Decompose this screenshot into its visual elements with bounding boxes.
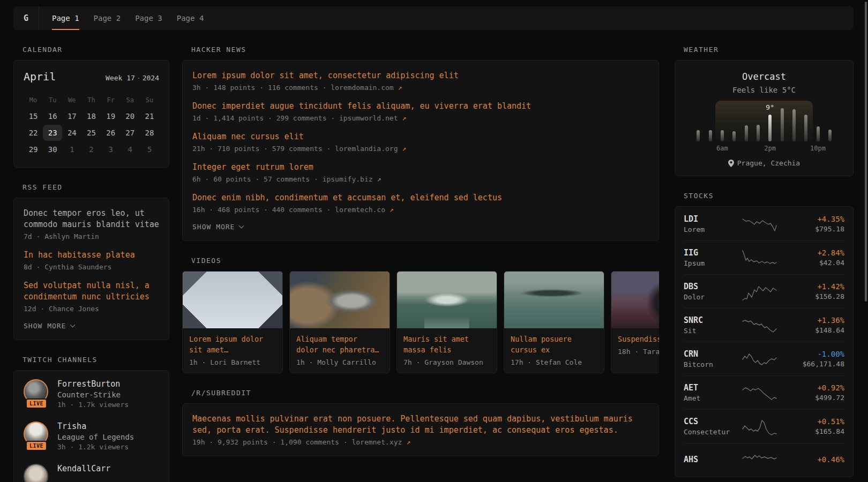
stock-row[interactable]: IIG Ipsum +2.84% $42.04 [684,240,844,274]
stock-ticker: CCS [684,417,739,426]
stock-id: SNRC Sit [684,315,739,335]
calendar-day[interactable]: 1 [62,141,81,157]
feed-item: Maecenas mollis pulvinar erat non posuer… [192,413,649,446]
stock-price: $148.64 [780,326,844,334]
nav-tab[interactable]: Page 2 [94,6,121,30]
rss-section-title: RSS FEED [23,183,169,191]
chevron-down-icon [239,223,244,229]
feed-item-meta: 1d · 1,414 points · 299 comments · ipsum… [192,114,649,122]
hackernews-section-title: HACKER NEWS [191,46,659,54]
stock-values: +0.92% $499.72 [780,383,844,402]
weather-bar [804,115,807,141]
twitch-channel-name: KendallCarr [57,464,110,473]
twitch-channel-game: Counter-Strike [57,390,129,399]
video-thumbnail [290,272,390,328]
calendar-day-header: Mo [24,93,43,108]
twitch-channel-game: League of Legends [57,433,134,441]
weather-bar [745,125,748,141]
hackernews-item-title-link[interactable]: Lorem ipsum dolor sit amet, consectetur … [192,70,649,81]
weather-bar [817,126,820,141]
calendar-day[interactable]: 29 [24,141,43,157]
twitch-channel-row[interactable]: LIVE Trisha League of Legends 3h · 1.2k … [24,421,159,456]
stock-price: $499.72 [780,394,844,402]
rss-item-title-link[interactable]: In hac habitasse platea [24,250,159,261]
weather-bar [721,130,724,141]
hackernews-show-more-button[interactable]: SHOW MORE [192,223,649,231]
weather-location: Prague, Czechia [737,159,800,167]
calendar-day[interactable]: 20 [121,108,140,124]
calendar-day[interactable]: 19 [101,108,121,124]
rss-item-title-link[interactable]: Sed volutpat nulla nisl, a condimentum n… [24,280,159,303]
video-card-body: Mauris sit amet massa felis 7h · Grayson… [397,328,497,373]
video-card[interactable]: Nullam posuere cursus ex 17h · Stefan Co… [504,271,604,373]
feed-item: Donec imperdiet augue tincidunt felis al… [192,101,649,122]
hackernews-item-title-link[interactable]: Integer eget rutrum lorem [192,162,649,173]
calendar-day-header: Th [81,93,101,108]
video-meta: 17h · Stefan Cole [511,358,597,366]
video-thumbnail [397,272,497,328]
top-navigation-bar: G Page 1Page 2Page 3Page 4 [13,6,854,30]
feed-item-meta: 8d · Cynthia Saunders [24,263,159,271]
nav-tab[interactable]: Page 3 [135,6,162,30]
stock-row[interactable]: SNRC Sit +1.36% $148.64 [684,308,844,342]
calendar-day[interactable]: 25 [81,125,101,141]
stock-row[interactable]: AHS +0.46% [684,443,844,477]
video-thumbnail [611,272,659,328]
calendar-day[interactable]: 15 [24,108,43,124]
rss-items: Donec tempor eros leo, ut commodo mauris… [24,208,159,313]
calendar-year: 2024 [143,74,159,82]
video-card[interactable]: Mauris sit amet massa felis 7h · Grayson… [396,271,497,373]
video-title: Aliquam tempor dolor nec pharetra… [296,334,383,355]
stock-values: +0.51% $165.84 [780,417,844,435]
video-title: Lorem ipsum dolor sit amet consectetu… [189,334,276,355]
hackernews-item-title-link[interactable]: Donec enim nibh, condimentum et accumsan… [192,192,649,204]
calendar-day[interactable]: 21 [140,108,159,124]
calendar-day[interactable]: 16 [43,108,62,124]
video-card[interactable]: Suspendisse diam 18h · Tara [611,271,659,373]
hackernews-widget: Lorem ipsum dolor sit amet, consectetur … [182,60,659,241]
hackernews-item-title-link[interactable]: Donec imperdiet augue tincidunt felis al… [192,101,649,112]
calendar-day[interactable]: 26 [101,125,121,141]
stock-ticker: AET [684,383,739,393]
rss-show-more-button[interactable]: SHOW MORE [24,322,159,330]
video-card[interactable]: Aliquam tempor dolor nec pharetra… 1h · … [289,271,390,373]
weather-section-title: WEATHER [684,46,854,54]
video-title: Nullam posuere cursus ex [511,334,597,355]
nav-tab[interactable]: Page 4 [177,6,204,30]
stock-row[interactable]: CCS Consectetur +0.51% $165.84 [684,409,844,443]
calendar-day-selected[interactable]: 23 [43,125,62,141]
calendar-day[interactable]: 30 [43,141,62,157]
calendar-day[interactable]: 24 [62,125,81,141]
calendar-day[interactable]: 3 [101,141,121,157]
stock-sparkline [739,383,780,402]
stock-row[interactable]: DBS Dolor +1.42% $156.28 [684,274,844,308]
video-card[interactable]: Lorem ipsum dolor sit amet consectetu… 1… [182,271,283,373]
video-thumbnail [504,272,604,328]
stock-change: +0.51% [780,417,844,426]
twitch-channel-row[interactable]: KendallCarr [24,464,159,482]
calendar-separator: · [135,74,143,82]
subreddit-post-title-link[interactable]: Maecenas mollis pulvinar erat non posuer… [192,413,649,436]
calendar-day[interactable]: 28 [140,125,159,141]
calendar-day[interactable]: 27 [121,125,140,141]
calendar-day[interactable]: 17 [62,108,81,124]
twitch-channel-name: Trisha [57,421,134,431]
external-link-arrow-icon: ↗ [398,84,402,92]
page-tabs: Page 1Page 2Page 3Page 4 [52,6,218,30]
calendar-day[interactable]: 4 [121,141,140,157]
calendar-day[interactable]: 2 [81,141,101,157]
calendar-day[interactable]: 5 [140,141,159,157]
stock-name: Sit [684,327,739,335]
calendar-day[interactable]: 22 [24,125,43,141]
stock-row[interactable]: AET Amet +0.92% $499.72 [684,375,844,409]
nav-tab[interactable]: Page 1 [52,6,79,30]
calendar-day[interactable]: 18 [81,108,101,124]
subreddit-section-title: /R/SUBREDDIT [191,389,659,397]
stock-row[interactable]: LDI Lorem +4.35% $795.18 [684,207,844,240]
rss-item-title-link[interactable]: Donec tempor eros leo, ut commodo mauris… [24,208,159,230]
page-scrollbar-thumb[interactable] [865,2,867,302]
hackernews-item-title-link[interactable]: Aliquam nec cursus elit [192,131,649,142]
twitch-channel-row[interactable]: LIVE ForrestBurton Counter-Strike 1h · 1… [24,379,159,413]
stock-row[interactable]: CRN Bitcorn -1.00% $66,171.48 [684,342,844,375]
chevron-down-icon [70,322,76,328]
